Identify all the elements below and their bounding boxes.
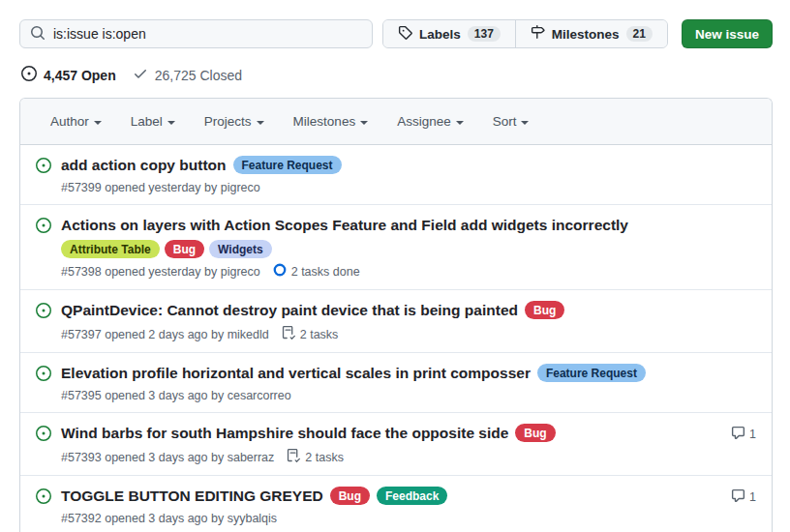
issue-meta: #57399 opened yesterday by pigreco [61,181,698,194]
issue-list: add action copy buttonFeature Request#57… [20,145,772,532]
issue-label[interactable]: Feature Request [233,156,342,174]
chevron-down-icon [360,121,368,125]
comment-column [698,362,756,402]
issue-opened-icon [36,299,61,342]
search-icon [30,25,46,44]
issue-label[interactable]: Bug [330,487,370,505]
filter-label: Assignee [397,114,451,129]
issue-title-line: Elevation profile horizontal and vertica… [61,362,698,384]
comment-column [698,154,756,194]
issue-main: Elevation profile horizontal and vertica… [61,362,698,402]
issue-title-line: add action copy buttonFeature Request [61,154,698,176]
labels-milestones-group: Labels 137 Milestones 21 [382,19,668,48]
filter-label: Projects [204,114,252,129]
issue-label[interactable]: Widgets [209,240,272,258]
issue-meta: #57392 opened 3 days ago by syybalqis [61,512,698,525]
tasks-label: 2 tasks [305,451,344,464]
tag-icon [398,25,412,43]
filter-label: Author [50,114,89,129]
issue-meta-text: #57392 opened 3 days ago by syybalqis [61,512,277,525]
issue-meta-text: #57393 opened 3 days ago by saberraz [61,451,274,464]
issue-row: Actions on layers with Action Scopes Fea… [20,205,772,290]
open-count-label: 4,457 Open [44,68,116,83]
issue-title-line: Actions on layers with Action Scopes Fea… [61,214,698,236]
issue-opened-icon [36,154,61,194]
issue-label[interactable]: Bug [165,240,204,258]
search-input[interactable] [53,26,362,42]
milestones-button-label: Milestones [552,27,620,42]
issue-meta-text: #57399 opened yesterday by pigreco [61,181,260,194]
issue-meta: #57393 opened 3 days ago by saberraz2 ta… [61,449,698,465]
issue-row: TOGGLE BUTTON EDITING GREYEDBugFeedback#… [20,476,772,532]
comment-column: 1 [698,485,756,525]
tasks-done-label: 2 tasks done [291,265,360,279]
tasklist-icon [287,449,300,465]
chevron-down-icon [456,121,464,125]
filter-milestones[interactable]: Milestones [279,114,383,129]
comment-column [698,214,756,280]
issue-label[interactable]: Attribute Table [61,240,160,258]
comment-count-link[interactable]: 1 [731,488,756,506]
tasklist-icon [282,326,295,342]
issue-label[interactable]: Bug [515,424,555,442]
issue-opened-icon [36,485,61,525]
tasks-indicator[interactable]: 2 tasks [287,449,344,465]
filter-sort[interactable]: Sort [478,114,544,129]
issue-row: QPaintDevice: Cannot destroy paint devic… [20,290,772,353]
filter-author[interactable]: Author [36,114,116,129]
milestones-button[interactable]: Milestones 21 [515,20,667,47]
issue-title-link[interactable]: Elevation profile horizontal and vertica… [61,362,531,384]
issue-meta: #57397 opened 2 days ago by mikedld2 tas… [61,326,698,342]
chevron-down-icon [167,121,175,125]
comment-column: 1 [698,422,756,465]
filter-projects[interactable]: Projects [190,114,279,129]
issue-title-link[interactable]: Wind barbs for south Hampshire should fa… [61,422,508,444]
issue-row: Wind barbs for south Hampshire should fa… [20,413,772,476]
tasks-done-indicator[interactable]: 2 tasks done [273,263,360,280]
issue-main: TOGGLE BUTTON EDITING GREYEDBugFeedback#… [61,485,698,525]
labels-button[interactable]: Labels 137 [383,20,515,47]
issue-opened-icon [36,362,61,402]
issue-title-link[interactable]: TOGGLE BUTTON EDITING GREYED [61,485,323,507]
labels-button-label: Labels [419,27,461,42]
chevron-down-icon [257,121,264,125]
issue-meta-text: #57395 opened 3 days ago by cesarcorreo [61,389,291,402]
comment-column [698,299,756,342]
comment-count-link[interactable]: 1 [731,426,756,443]
issue-meta: #57395 opened 3 days ago by cesarcorreo [61,389,698,402]
issues-search-box[interactable] [19,19,373,48]
tasks-progress-ring-icon [273,263,287,280]
issue-meta-text: #57398 opened yesterday by pigreco [61,265,260,279]
labels-count-badge: 137 [468,26,501,42]
filter-label: Sort [493,114,517,129]
filter-label: Milestones [293,114,356,129]
comment-icon [731,488,745,506]
filter-assignee[interactable]: Assignee [382,114,478,129]
issue-label[interactable]: Bug [525,301,564,319]
filter-label: Label [131,114,163,129]
chevron-down-icon [521,121,529,125]
issue-main: Actions on layers with Action Scopes Fea… [61,214,698,280]
open-issues-toggle[interactable]: 4,457 Open [21,66,116,84]
issue-label[interactable]: Feedback [377,487,447,505]
issue-title-link[interactable]: QPaintDevice: Cannot destroy paint devic… [61,299,518,321]
comment-count: 1 [749,490,756,504]
milestone-icon [531,25,545,43]
issue-label[interactable]: Feature Request [537,364,646,382]
milestones-count-badge: 21 [626,26,653,42]
issue-row: Elevation profile horizontal and vertica… [20,353,772,413]
comment-icon [731,426,745,443]
new-issue-button[interactable]: New issue [682,19,773,48]
issue-title-link[interactable]: add action copy button [61,154,227,176]
issue-title-line: Wind barbs for south Hampshire should fa… [61,422,698,444]
closed-issues-toggle[interactable]: 26,725 Closed [133,66,242,84]
tasks-indicator[interactable]: 2 tasks [282,326,339,342]
issue-main: add action copy buttonFeature Request#57… [61,154,698,194]
comment-count: 1 [749,428,756,441]
issue-labels-line: Attribute TableBugWidgets [61,240,698,258]
filter-label[interactable]: Label [116,114,190,129]
issue-title-link[interactable]: Actions on layers with Action Scopes Fea… [61,214,628,236]
issue-opened-icon [36,422,61,465]
issue-main: Wind barbs for south Hampshire should fa… [61,422,698,465]
issue-meta: #57398 opened yesterday by pigreco2 task… [61,263,698,280]
